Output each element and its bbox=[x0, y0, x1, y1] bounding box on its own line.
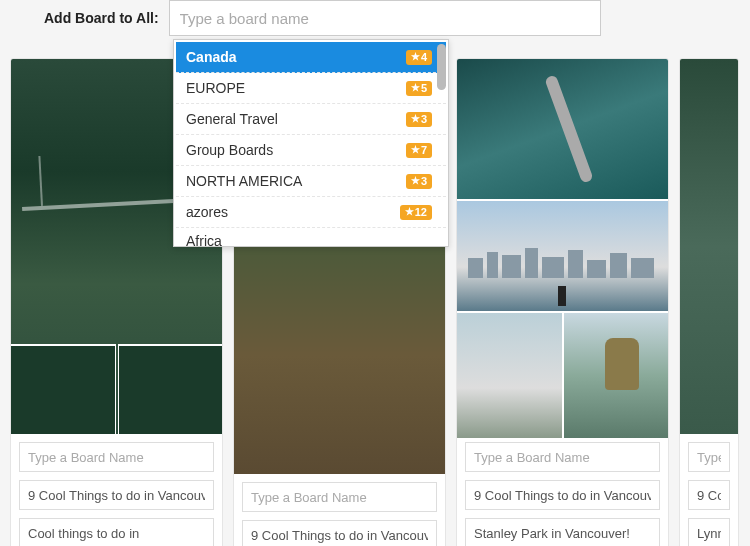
board-name-input[interactable] bbox=[169, 0, 601, 36]
dropdown-item-label: EUROPE bbox=[186, 80, 245, 96]
pin-desc-field[interactable] bbox=[19, 518, 214, 546]
dropdown-item[interactable]: General Travel★3 bbox=[176, 104, 446, 135]
star-icon: ★ bbox=[411, 83, 420, 93]
count-badge: ★12 bbox=[400, 205, 432, 220]
board-name-field[interactable] bbox=[242, 482, 437, 512]
dropdown-item-label: azores bbox=[186, 204, 228, 220]
board-name-field[interactable] bbox=[465, 442, 660, 472]
dropdown-item-label: Africa bbox=[186, 233, 222, 247]
dropdown-scrollbar[interactable] bbox=[437, 44, 446, 90]
dropdown-item-label: General Travel bbox=[186, 111, 278, 127]
dropdown-item-label: NORTH AMERICA bbox=[186, 173, 302, 189]
pin-title-field[interactable] bbox=[688, 480, 730, 510]
pin-title-field[interactable] bbox=[242, 520, 437, 546]
star-icon: ★ bbox=[405, 207, 414, 217]
pin-image[interactable] bbox=[680, 59, 738, 434]
dropdown-item-label: Canada bbox=[186, 49, 237, 65]
pin-title-field[interactable] bbox=[19, 480, 214, 510]
pin-card bbox=[456, 58, 669, 546]
board-dropdown: Canada★4EUROPE★5General Travel★3Group Bo… bbox=[173, 39, 449, 247]
dropdown-item[interactable]: Canada★4 bbox=[176, 42, 446, 73]
dropdown-item[interactable]: NORTH AMERICA★3 bbox=[176, 166, 446, 197]
star-icon: ★ bbox=[411, 145, 420, 155]
count-badge: ★3 bbox=[406, 112, 432, 127]
dropdown-item[interactable]: azores★12 bbox=[176, 197, 446, 228]
add-board-label: Add Board to All: bbox=[44, 10, 159, 26]
board-name-field[interactable] bbox=[688, 442, 730, 472]
pin-desc-field[interactable] bbox=[465, 518, 660, 546]
count-badge: ★5 bbox=[406, 81, 432, 96]
count-badge: ★7 bbox=[406, 143, 432, 158]
pin-title-field[interactable] bbox=[465, 480, 660, 510]
dropdown-item[interactable]: Africa bbox=[176, 228, 446, 246]
star-icon: ★ bbox=[411, 52, 420, 62]
count-badge: ★4 bbox=[406, 50, 432, 65]
dropdown-item-label: Group Boards bbox=[186, 142, 273, 158]
pin-image[interactable] bbox=[457, 59, 668, 434]
pin-card bbox=[679, 58, 739, 546]
pin-desc-field[interactable] bbox=[688, 518, 730, 546]
dropdown-item[interactable]: Group Boards★7 bbox=[176, 135, 446, 166]
count-badge: ★3 bbox=[406, 174, 432, 189]
board-name-field[interactable] bbox=[19, 442, 214, 472]
board-autocomplete-wrap bbox=[169, 0, 601, 36]
star-icon: ★ bbox=[411, 176, 420, 186]
star-icon: ★ bbox=[411, 114, 420, 124]
dropdown-item[interactable]: EUROPE★5 bbox=[176, 73, 446, 104]
